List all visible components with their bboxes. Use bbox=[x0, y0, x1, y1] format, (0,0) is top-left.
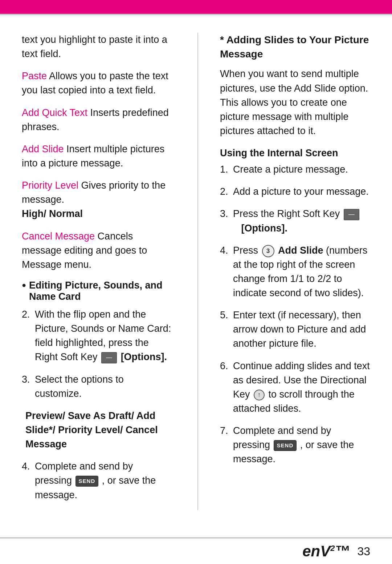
right-step-5-text: Enter text (if necessary), then arrow do… bbox=[233, 310, 366, 349]
right-step-2-text: Add a picture to your message. bbox=[233, 186, 369, 197]
add-slide-term: Add Slide bbox=[22, 144, 64, 154]
right-step-4: 4. Press 3 Add Slide (numbers at the top… bbox=[220, 243, 370, 301]
right-step-6: 6. Continue adding slides and text as de… bbox=[220, 359, 370, 416]
using-internal-screen-heading: Using the Internal Screen bbox=[220, 148, 370, 159]
cancel-message-term: Cancel Message bbox=[22, 231, 95, 242]
add-slide-block: Add Slide Insert multiple pictures into … bbox=[22, 142, 172, 170]
adding-slides-heading: * Adding Slides to Your Picture Message bbox=[220, 33, 370, 61]
star-heading-line2: Message bbox=[220, 48, 263, 60]
intro-text: text you highlight to paste it into a te… bbox=[22, 33, 172, 61]
right-column: * Adding Slides to Your Picture Message … bbox=[216, 33, 370, 510]
top-bar bbox=[0, 0, 392, 14]
left-step-2: 2. With the flip open and the Picture, S… bbox=[22, 307, 172, 364]
add-quick-text-term: Add Quick Text bbox=[22, 107, 87, 118]
main-content: text you highlight to paste it into a te… bbox=[0, 15, 392, 525]
cancel-message-block: Cancel Message Cancels message editing a… bbox=[22, 229, 172, 272]
left-step-3-text: Select the options to customize. bbox=[35, 374, 124, 399]
bottom-area: enV2™ 33 bbox=[0, 537, 392, 564]
right-step-1: 1. Create a picture message. bbox=[220, 162, 370, 177]
right-step-1-text: Create a picture message. bbox=[233, 164, 348, 175]
left-step-4: 4. Complete and send by pressing SEND , … bbox=[22, 459, 172, 502]
editing-picture-heading: Editing Picture, Sounds, and Name Card bbox=[22, 280, 172, 302]
right-step-7: 7. Complete and send by pressing SEND , … bbox=[220, 424, 370, 466]
send-button-icon-left: SEND bbox=[75, 476, 99, 487]
right-step-2: 2. Add a picture to your message. bbox=[220, 185, 370, 199]
right-step-4-bold: Add Slide bbox=[278, 245, 323, 256]
right-step-3-text: Press the Right Soft Key bbox=[233, 208, 340, 219]
priority-level-block: Priority Level Gives priority to the mes… bbox=[22, 178, 172, 221]
column-divider bbox=[197, 33, 198, 510]
page-number: 33 bbox=[357, 545, 370, 558]
right-step-3-options: [Options]. bbox=[241, 223, 287, 234]
paste-block: Paste Allows you to paste the text you l… bbox=[22, 69, 172, 97]
env-logo-text: enV2™ bbox=[302, 543, 350, 560]
directional-key-icon bbox=[254, 390, 265, 400]
star-heading-line1: * Adding Slides to Your Picture bbox=[220, 34, 369, 45]
right-intro-content: When you want to send multiple pictures,… bbox=[220, 68, 368, 136]
footer-bar: enV2™ 33 bbox=[0, 539, 392, 564]
right-intro-text: When you want to send multiple pictures,… bbox=[220, 67, 370, 138]
bullet-heading-text: Editing Picture, Sounds, and Name Card bbox=[29, 280, 163, 302]
left-step-2-options: [Options]. bbox=[121, 351, 167, 362]
priority-level-term: Priority Level bbox=[22, 180, 78, 191]
high-normal-label: High/ Normal bbox=[22, 208, 83, 219]
indent-options-block: Preview/ Save As Draft/ Add Slide*/ Prio… bbox=[22, 409, 172, 451]
right-step-4-press: Press bbox=[233, 245, 258, 256]
left-column: text you highlight to paste it into a te… bbox=[22, 33, 179, 510]
send-button-icon-right: SEND bbox=[274, 440, 297, 451]
right-soft-key-icon-3: — bbox=[344, 209, 359, 220]
intro-text-content: text you highlight to paste it into a te… bbox=[22, 34, 167, 59]
right-soft-key-icon-2: — bbox=[101, 352, 117, 363]
add-quick-text-block: Add Quick Text Inserts predefined phrase… bbox=[22, 106, 172, 134]
right-step-6-suffix: to scroll through the attached slides. bbox=[233, 389, 355, 414]
add-slide-key-icon: 3 bbox=[262, 245, 274, 257]
right-step-5: 5. Enter text (if necessary), then arrow… bbox=[220, 308, 370, 351]
footer-logo: enV2™ bbox=[302, 543, 350, 560]
left-step-3: 3. Select the options to customize. bbox=[22, 372, 172, 401]
preview-save-bold: Preview/ Save As Draft/ Add Slide*/ Prio… bbox=[25, 409, 172, 451]
right-step-3: 3. Press the Right Soft Key — [Options]. bbox=[220, 207, 370, 235]
paste-term: Paste bbox=[22, 70, 47, 81]
